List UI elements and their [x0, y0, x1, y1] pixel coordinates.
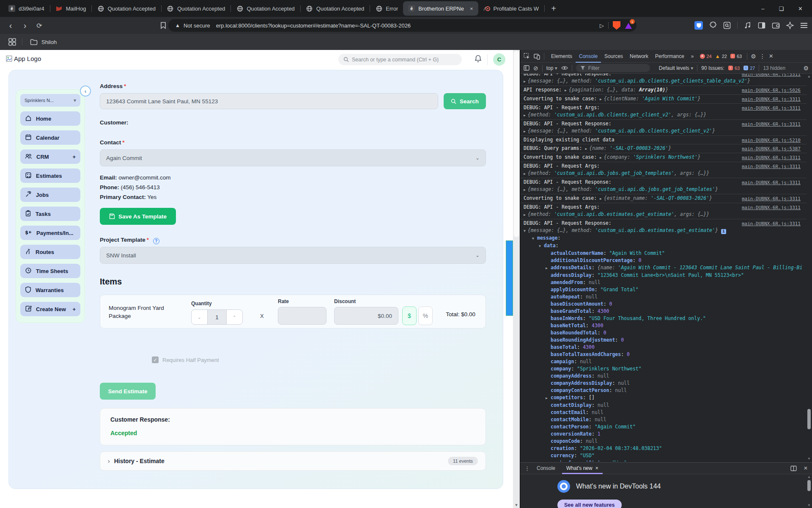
browser-tab[interactable]: ēBrotherton ERPNe×	[403, 1, 478, 16]
sidebar-item-crm[interactable]: CRM+	[20, 149, 80, 164]
expand-arrow-icon[interactable]: ▶	[524, 172, 526, 176]
console-entry[interactable]: DEBUG: API - Request Response:▼{message:…	[520, 219, 807, 461]
quantity-stepper[interactable]: ⌄ 1 ⌃	[191, 309, 243, 325]
save-as-template-button[interactable]: Save As Template	[100, 208, 176, 225]
browser-tab[interactable]: ēd3i9ei0ar4	[3, 1, 49, 16]
console-entry[interactable]: Converting to snake case: ▶{clientName: …	[520, 95, 807, 104]
source-link[interactable]: main-DUBNX-6R.js:3311	[742, 154, 801, 161]
expand-arrow-icon[interactable]: ▶	[600, 97, 602, 101]
expand-arrow-icon[interactable]: ▶	[546, 395, 551, 402]
help-icon[interactable]: ?	[153, 238, 159, 244]
app-scrollbar-thumb[interactable]	[506, 240, 513, 316]
address-input[interactable]: 123643 Commit Lane Saint Paul, MN 55123	[100, 93, 438, 109]
source-link[interactable]: main-DUBNX-6R.js:5387	[742, 145, 801, 152]
stepper-down-icon[interactable]: ⌄	[192, 310, 207, 324]
source-link[interactable]: main-DUBNX-6R.js:3311	[742, 74, 801, 78]
warning-count[interactable]: ▲22	[715, 53, 727, 59]
close-tab-icon[interactable]: ×	[470, 6, 473, 12]
clear-console-icon[interactable]: ⊘	[533, 65, 538, 72]
close-window-icon[interactable]: ✕	[798, 6, 803, 12]
console-entry[interactable]: Displaying existing client datamain-DUBN…	[520, 136, 807, 144]
sidebar-collapse-button[interactable]: ‹	[80, 86, 91, 97]
wallet-icon[interactable]	[772, 22, 780, 29]
close-devtools-icon[interactable]: ✕	[769, 53, 774, 59]
sidebar-item-jobs[interactable]: Jobs	[20, 188, 80, 202]
expand-arrow-icon[interactable]: ▼	[532, 235, 537, 242]
scroll-up-icon[interactable]: ▲	[807, 475, 811, 479]
expand-arrow-icon[interactable]: ▶	[524, 80, 526, 83]
checkbox-checked-icon[interactable]: ✓	[152, 356, 159, 363]
console-filter-input[interactable]: Filter	[576, 64, 650, 72]
devtools-tab-sources[interactable]: Sources	[601, 50, 626, 63]
sidebar-item-calendar[interactable]: Calendar	[20, 130, 80, 145]
source-link[interactable]: main-DUBNX-6R.js:3311	[742, 220, 801, 227]
devtools-tab-performance[interactable]: Performance	[652, 50, 688, 63]
expand-arrow-icon[interactable]: ▼	[524, 229, 526, 233]
url-text[interactable]: erp.local:8000/clients?lookup=customer#/…	[216, 22, 600, 29]
new-tab-button[interactable]: +	[545, 4, 562, 14]
close-tab-icon[interactable]: ×	[595, 465, 598, 471]
devtools-tab-network[interactable]: Network	[626, 50, 652, 63]
expand-arrow-icon[interactable]: ▶	[600, 197, 602, 201]
bookmark-icon[interactable]	[161, 22, 166, 29]
source-link[interactable]: main-DUBNX-6R.js:3311	[742, 105, 801, 112]
console-sidebar-icon[interactable]	[524, 65, 529, 71]
sidebar-item-warranties[interactable]: Warranties	[20, 283, 80, 297]
issues-summary[interactable]: 90 Issues:	[701, 65, 724, 71]
sidebar-item-home[interactable]: Home	[20, 111, 80, 126]
maximize-icon[interactable]: ❏	[779, 6, 784, 12]
scroll-up-icon[interactable]: ▲	[807, 75, 811, 78]
url-bar[interactable]: ▲ Not secure erp.local:8000/clients?look…	[168, 19, 636, 32]
console-entry[interactable]: DEBUG: API - Request Response:▶{message:…	[520, 74, 807, 86]
source-link[interactable]: main-DUBNX-6R.js:3311	[742, 96, 801, 103]
browser-tab[interactable]: Profitable Casts W	[478, 1, 544, 16]
console-settings-gear-icon[interactable]: ⚙	[803, 65, 809, 72]
devtools-scrollbar-thumb[interactable]	[807, 409, 811, 429]
expand-arrow-icon[interactable]: ▶	[524, 113, 526, 117]
expand-arrow-icon[interactable]: ▶	[524, 213, 526, 217]
browser-tab[interactable]: MailHog	[51, 1, 91, 16]
console-entry[interactable]: DEBUG: API - Request Response:▶{message:…	[520, 178, 807, 194]
split-panel-icon[interactable]	[790, 466, 797, 471]
sidebar-item-payments-in[interactable]: $Payments/In...	[20, 226, 80, 240]
browser-tab[interactable]: Quotation Accepted	[301, 1, 369, 16]
console-entry[interactable]: DEBUG: Query params: ▶{name: '-SAL-QT-00…	[520, 144, 807, 153]
sidebar-item-estimates[interactable]: Estimates	[20, 168, 80, 183]
menu-icon[interactable]	[800, 22, 808, 28]
expand-arrow-icon[interactable]: ▶	[546, 265, 551, 272]
media-note-icon[interactable]	[744, 22, 752, 29]
stepper-up-icon[interactable]: ⌃	[227, 310, 242, 324]
browser-tab[interactable]: Quotation Accepted	[92, 1, 160, 16]
console-entry[interactable]: Converting to snake case: ▶{estimate_nam…	[520, 194, 807, 203]
sidebar-item-routes[interactable]: Routes	[20, 245, 80, 259]
context-selector[interactable]: top ▾	[546, 65, 557, 71]
eye-icon[interactable]	[561, 66, 568, 70]
rewards-icon[interactable]: 1	[625, 22, 632, 29]
browser-tab[interactable]: Error	[370, 1, 403, 16]
issues-blue-count[interactable]: !27	[743, 66, 755, 71]
reload-icon[interactable]: ⟳	[32, 22, 47, 30]
drawer-kebab-icon[interactable]: ⋮	[524, 465, 530, 472]
source-link[interactable]: main-DUBNX-6R.js:3311	[742, 204, 801, 211]
expand-arrow-icon[interactable]: ▼	[539, 243, 544, 250]
devtools-tab-console[interactable]: Console	[576, 50, 601, 63]
extensions-puzzle-icon[interactable]	[709, 22, 717, 29]
discount-input[interactable]: $0.00	[334, 307, 398, 325]
source-link[interactable]: main-DUBNX-6R.js:3311	[742, 179, 801, 186]
device-toolbar-icon[interactable]	[534, 53, 540, 60]
devtools-scrollbar[interactable]: ▲ ▼	[807, 75, 812, 461]
console-entry[interactable]: DEBUG: API - Request Response:▶{message:…	[520, 120, 807, 136]
error-count[interactable]: ✕24	[700, 54, 712, 59]
bookmark-folder[interactable]: Shiloh	[30, 39, 57, 45]
scroll-down-icon[interactable]: ▼	[807, 503, 811, 507]
expand-arrow-icon[interactable]: ▶	[565, 88, 567, 92]
drawer-scrollbar-thumb[interactable]	[807, 480, 811, 491]
log-levels-selector[interactable]: Default levels ▾	[659, 65, 693, 71]
browser-tab[interactable]: Quotation Accepted	[162, 1, 230, 16]
company-select[interactable]: Sprinklers N... ▾	[20, 94, 80, 107]
minimize-icon[interactable]: –	[761, 6, 764, 12]
sidebar-panel-icon[interactable]	[758, 22, 765, 29]
issue-count[interactable]: !63	[730, 54, 742, 59]
console-entry[interactable]: DEBUG: API - Request Args:▶{method: 'cus…	[520, 162, 807, 178]
console-entry[interactable]: DEBUG: API - Request Args:▶{method: 'cus…	[520, 203, 807, 219]
